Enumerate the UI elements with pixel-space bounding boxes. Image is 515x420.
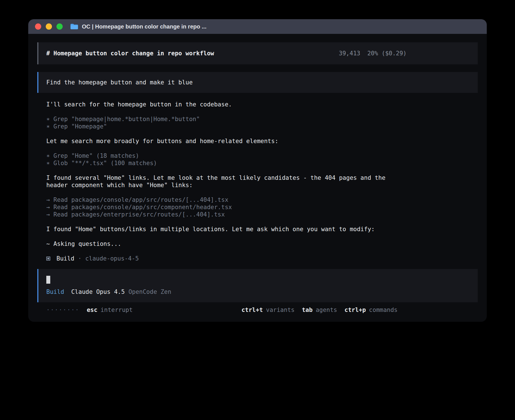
shortcut-key: ctrl+p bbox=[344, 306, 366, 314]
assistant-paragraph: I found several "Home" links. Let me loo… bbox=[46, 174, 399, 189]
context-cost: 20% ($0.29) bbox=[367, 50, 407, 57]
agent-separator: · bbox=[78, 255, 82, 262]
folder-icon bbox=[70, 23, 78, 30]
input-meta: Build Claude Opus 4.5 OpenCode Zen bbox=[46, 288, 407, 296]
tool-call-read: → Read packages/enterprise/src/routes/[.… bbox=[46, 211, 469, 218]
assistant-paragraph: I'll search for the homepage button in t… bbox=[46, 101, 469, 108]
user-message-text: Find the homepage button and make it blu… bbox=[46, 79, 193, 86]
shortcut-agents: tab agents bbox=[302, 306, 337, 314]
working-status: ~ Asking questions... bbox=[46, 240, 469, 248]
agent-icon bbox=[46, 257, 50, 261]
status-bar: ········ esc interrupt ctrl+t variants t… bbox=[46, 306, 469, 314]
traffic-lights bbox=[35, 23, 63, 30]
window-title: OC | Homepage button color change in rep… bbox=[82, 23, 206, 30]
assistant-paragraph: I found "Home" buttons/links in multiple… bbox=[46, 226, 399, 233]
agent-name: Build bbox=[56, 255, 74, 262]
terminal-window: OC | Homepage button color change in rep… bbox=[28, 19, 487, 322]
shortcut-interrupt: esc interrupt bbox=[87, 306, 133, 314]
shortcut-label: variants bbox=[266, 306, 294, 314]
tool-call-read: → Read packages/console/app/src/componen… bbox=[46, 204, 469, 211]
shortcut-variants: ctrl+t variants bbox=[241, 306, 294, 314]
input-mode: Build bbox=[46, 288, 64, 296]
assistant-transcript: I'll search for the homepage button in t… bbox=[46, 101, 469, 262]
user-message: Find the homepage button and make it blu… bbox=[37, 72, 478, 93]
shortcut-commands: ctrl+p commands bbox=[344, 306, 398, 314]
session-title: # Homepage button color change in repo w… bbox=[46, 50, 214, 57]
shortcut-label: agents bbox=[316, 306, 337, 314]
agent-badge: Build · claude-opus-4-5 bbox=[46, 255, 469, 262]
token-count: 39,413 bbox=[339, 50, 360, 57]
window-titlebar[interactable]: OC | Homepage button color change in rep… bbox=[28, 19, 487, 34]
tool-call-glob: ∗ Glob "**/*.tsx" (100 matches) bbox=[46, 159, 469, 167]
input-provider: OpenCode Zen bbox=[128, 288, 171, 296]
spinner-dots: ········ bbox=[46, 306, 79, 314]
prompt-input[interactable]: Build Claude Opus 4.5 OpenCode Zen bbox=[37, 269, 478, 302]
assistant-paragraph: Let me search more broadly for buttons a… bbox=[46, 137, 469, 145]
text-cursor bbox=[46, 276, 50, 284]
shortcut-key: esc bbox=[87, 306, 97, 314]
terminal-content: # Homepage button color change in repo w… bbox=[28, 34, 487, 314]
zoom-button[interactable] bbox=[56, 23, 63, 30]
shortcut-label: interrupt bbox=[101, 306, 133, 314]
tool-call-grep: ∗ Grep "Home" (18 matches) bbox=[46, 152, 469, 159]
shortcut-key: ctrl+t bbox=[241, 306, 263, 314]
agent-model: claude-opus-4-5 bbox=[85, 255, 139, 262]
tool-call-grep: ∗ Grep "homepage|home.*button|Home.*butt… bbox=[46, 115, 469, 123]
tool-call-read: → Read packages/console/app/src/routes/[… bbox=[46, 196, 469, 204]
session-stats: 39,413 20% ($0.29) bbox=[339, 50, 407, 57]
session-header: # Homepage button color change in repo w… bbox=[37, 42, 478, 64]
tool-call-grep: ∗ Grep "Homepage" bbox=[46, 123, 469, 130]
input-model: Claude Opus 4.5 bbox=[71, 288, 125, 296]
shortcut-label: commands bbox=[369, 306, 398, 314]
minimize-button[interactable] bbox=[46, 23, 52, 30]
shortcut-key: tab bbox=[302, 306, 313, 314]
close-button[interactable] bbox=[35, 23, 41, 30]
shortcut-group: ctrl+t variants tab agents ctrl+p comman… bbox=[241, 306, 398, 314]
